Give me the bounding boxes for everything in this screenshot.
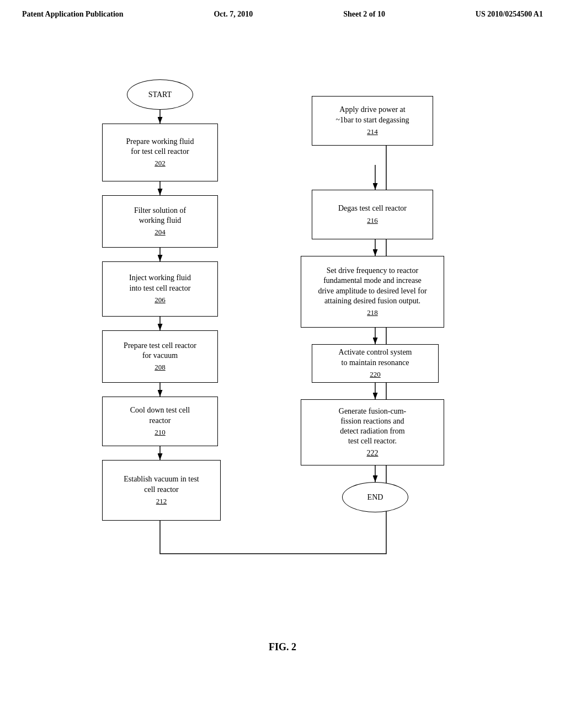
node-208: Prepare test cell reactorfor vacuum 208 — [102, 330, 218, 383]
node-210: Cool down test cellreactor 210 — [102, 397, 218, 446]
header-sheet: Sheet 2 of 10 — [343, 10, 385, 19]
end-node: END — [342, 482, 408, 512]
node-206: Inject working fluidinto test cell react… — [102, 261, 218, 317]
node-202: Prepare working fluidfor test cell react… — [102, 124, 218, 181]
node-204: Filter solution ofworking fluid 204 — [102, 195, 218, 248]
header-publication: Patent Application Publication — [22, 10, 124, 19]
node-222: Generate fusion-cum-fission reactions an… — [301, 399, 444, 465]
node-212: Establish vacuum in testcell reactor 212 — [102, 460, 221, 521]
node-214: Apply drive power at~1bar to start degas… — [312, 96, 433, 146]
figure-label: FIG. 2 — [269, 641, 296, 653]
node-218: Set drive frequency to reactorfundamenta… — [301, 256, 444, 328]
start-node: START — [127, 79, 193, 110]
header-date: Oct. 7, 2010 — [214, 10, 253, 19]
header-patent: US 2010/0254500 A1 — [476, 10, 543, 19]
flow-arrows — [0, 19, 565, 670]
page-header: Patent Application Publication Oct. 7, 2… — [0, 0, 565, 19]
node-220: Activate control systemto maintain reson… — [312, 344, 439, 383]
diagram-area: START Prepare working fluidfor test cell… — [0, 19, 565, 670]
node-216: Degas test cell reactor 216 — [312, 190, 433, 239]
